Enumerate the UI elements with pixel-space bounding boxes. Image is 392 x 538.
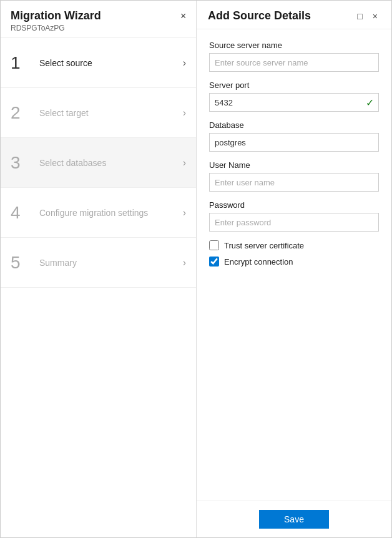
- step-5-number: 5: [11, 253, 31, 273]
- step-5-label: Summary: [39, 258, 183, 268]
- encrypt-conn-label: Encrypt connection: [224, 257, 293, 267]
- step-3-label: Select databases: [39, 158, 183, 168]
- left-header: Migration Wizard RDSPGToAzPG ×: [1, 1, 196, 38]
- encrypt-conn-checkbox[interactable]: [209, 257, 219, 267]
- wizard-steps: 1 Select source › 2 Select target › 3 Se…: [1, 38, 196, 537]
- source-server-group: Source server name: [209, 41, 379, 72]
- step-4[interactable]: 4 Configure migration settings ›: [1, 188, 196, 238]
- header-actions: □ ×: [355, 10, 380, 22]
- trust-cert-label: Trust server certificate: [224, 241, 304, 250]
- step-4-arrow: ›: [183, 207, 186, 218]
- step-2-label: Select target: [39, 108, 183, 118]
- right-footer: Save: [197, 501, 391, 537]
- server-port-group: Server port ✓: [209, 81, 379, 112]
- panel-close-button[interactable]: ×: [370, 10, 380, 22]
- save-button[interactable]: Save: [259, 510, 329, 529]
- step-1-number: 1: [11, 53, 31, 73]
- step-1[interactable]: 1 Select source ›: [1, 38, 196, 88]
- step-5[interactable]: 5 Summary ›: [1, 238, 196, 288]
- password-label: Password: [209, 200, 379, 210]
- step-3[interactable]: 3 Select databases ›: [1, 138, 196, 188]
- wizard-close-button[interactable]: ×: [178, 8, 189, 24]
- app-container: Migration Wizard RDSPGToAzPG × 1 Select …: [0, 0, 392, 538]
- step-5-arrow: ›: [183, 257, 186, 268]
- maximize-button[interactable]: □: [355, 10, 365, 22]
- right-panel: Add Source Details □ × Source server nam…: [197, 1, 391, 537]
- password-input[interactable]: [209, 213, 379, 232]
- left-panel: Migration Wizard RDSPGToAzPG × 1 Select …: [1, 1, 197, 537]
- right-header: Add Source Details □ ×: [197, 1, 391, 29]
- database-group: Database: [209, 120, 379, 152]
- form-content: Source server name Server port ✓ Databas…: [197, 29, 391, 501]
- trust-cert-checkbox[interactable]: [209, 240, 219, 250]
- step-2-arrow: ›: [183, 107, 186, 119]
- panel-title: Add Source Details: [208, 9, 311, 22]
- step-3-arrow: ›: [183, 157, 186, 169]
- step-2[interactable]: 2 Select target ›: [1, 88, 196, 138]
- server-port-label: Server port: [209, 81, 379, 90]
- encrypt-conn-row: Encrypt connection: [209, 257, 379, 267]
- step-4-label: Configure migration settings: [39, 208, 183, 218]
- wizard-subtitle: RDSPGToAzPG: [11, 24, 186, 32]
- port-valid-icon: ✓: [366, 97, 374, 109]
- source-server-input[interactable]: [209, 53, 379, 72]
- step-1-label: Select source: [39, 58, 183, 68]
- username-input[interactable]: [209, 173, 379, 192]
- step-1-arrow: ›: [183, 57, 186, 69]
- database-input[interactable]: [209, 133, 379, 152]
- step-4-number: 4: [11, 203, 31, 223]
- server-port-input[interactable]: [209, 93, 379, 112]
- database-label: Database: [209, 120, 379, 130]
- step-2-number: 2: [11, 103, 31, 123]
- source-server-label: Source server name: [209, 41, 379, 50]
- username-label: User Name: [209, 160, 379, 170]
- trust-cert-row: Trust server certificate: [209, 240, 379, 250]
- step-3-number: 3: [11, 153, 31, 173]
- username-group: User Name: [209, 160, 379, 192]
- wizard-title: Migration Wizard: [11, 9, 186, 22]
- server-port-input-wrapper: ✓: [209, 93, 379, 112]
- password-group: Password: [209, 200, 379, 232]
